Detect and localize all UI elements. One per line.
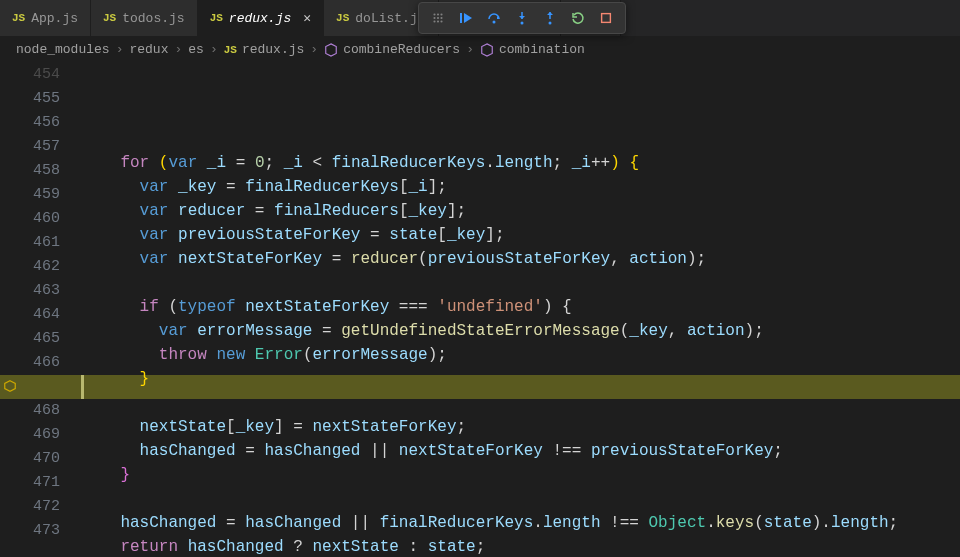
code-line[interactable]: var previousStateForKey = state[_key];	[82, 223, 960, 247]
tab-label: doList.js	[355, 11, 425, 26]
line-number: 455	[0, 87, 60, 111]
code-line[interactable]: hasChanged = hasChanged || finalReducerK…	[82, 511, 960, 535]
line-number: 460	[0, 207, 60, 231]
code-editor[interactable]: 4544554564574584594604614624634644654664…	[0, 63, 960, 554]
line-number: 458	[0, 159, 60, 183]
debug-step-into-button[interactable]	[509, 5, 535, 31]
code-line[interactable]	[82, 391, 960, 415]
line-number: 471	[0, 471, 60, 495]
debug-step-out-button[interactable]	[537, 5, 563, 31]
line-number: 469	[0, 423, 60, 447]
svg-point-3	[433, 17, 435, 19]
code-line[interactable]: for (var _i = 0; _i < finalReducerKeys.l…	[82, 151, 960, 175]
debug-toolbar	[418, 2, 626, 34]
svg-point-8	[440, 20, 442, 22]
tab-redux-js[interactable]: JSredux.js✕	[198, 0, 324, 36]
debug-grip-icon[interactable]	[425, 5, 451, 31]
line-number: 463	[0, 279, 60, 303]
tab-bar: JSApp.jsJStodos.jsJSredux.js✕JSdoList.js…	[0, 0, 960, 36]
line-number: 464	[0, 303, 60, 327]
line-number: 468	[0, 399, 60, 423]
debug-restart-button[interactable]	[565, 5, 591, 31]
breadcrumb-label: node_modules	[16, 42, 110, 57]
code-line[interactable]	[82, 271, 960, 295]
chevron-right-icon: ›	[466, 42, 474, 57]
breadcrumb-item[interactable]: combination	[480, 42, 585, 57]
chevron-right-icon: ›	[210, 42, 218, 57]
svg-rect-15	[602, 14, 611, 23]
debug-step-over-button[interactable]	[481, 5, 507, 31]
breadcrumb-item[interactable]: node_modules	[16, 42, 110, 57]
js-file-icon: JS	[210, 12, 223, 24]
close-icon[interactable]: ✕	[303, 10, 311, 26]
code-line[interactable]: return hasChanged ? nextState : state;	[82, 535, 960, 557]
breadcrumb-item[interactable]: redux	[129, 42, 168, 57]
breadcrumb-label: redux	[129, 42, 168, 57]
line-number: 457	[0, 135, 60, 159]
js-file-icon: JS	[336, 12, 349, 24]
line-number: 462	[0, 255, 60, 279]
line-number: 465	[0, 327, 60, 351]
line-number: 454	[0, 63, 60, 87]
tab-label: redux.js	[229, 11, 291, 26]
svg-point-0	[433, 13, 435, 15]
svg-point-4	[437, 17, 439, 19]
svg-point-5	[440, 17, 442, 19]
tab-todos-js[interactable]: JStodos.js	[91, 0, 198, 36]
svg-point-7	[437, 20, 439, 22]
js-file-icon: JS	[12, 12, 25, 24]
breadcrumb[interactable]: node_modules›redux›es›JSredux.js›combine…	[0, 36, 960, 63]
tab-app-js[interactable]: JSApp.js	[0, 0, 91, 36]
code-area[interactable]: for (var _i = 0; _i < finalReducerKeys.l…	[82, 63, 960, 554]
svg-rect-9	[460, 13, 462, 23]
code-line[interactable]: var errorMessage = getUndefinedStateErro…	[82, 319, 960, 343]
svg-point-1	[437, 13, 439, 15]
breadcrumb-label: redux.js	[242, 42, 304, 57]
code-line[interactable]: }	[82, 367, 960, 391]
line-number: 472	[0, 495, 60, 519]
chevron-right-icon: ›	[310, 42, 318, 57]
breadcrumb-label: es	[188, 42, 204, 57]
svg-point-14	[549, 22, 552, 25]
svg-point-10	[493, 21, 496, 24]
code-line[interactable]: }	[82, 463, 960, 487]
debug-continue-button[interactable]	[453, 5, 479, 31]
line-number: 466	[0, 351, 60, 375]
js-file-icon: JS	[103, 12, 116, 24]
code-line[interactable]	[82, 127, 960, 151]
line-number: 456	[0, 111, 60, 135]
code-line[interactable]: var nextStateForKey = reducer(previousSt…	[82, 247, 960, 271]
tab-label: todos.js	[122, 11, 184, 26]
js-file-icon: JS	[224, 44, 237, 56]
breadcrumb-item[interactable]: es	[188, 42, 204, 57]
line-number: 473	[0, 519, 60, 543]
svg-point-2	[440, 13, 442, 15]
code-line[interactable]	[82, 487, 960, 511]
breadcrumb-item[interactable]: combineReducers	[324, 42, 460, 57]
line-number: 461	[0, 231, 60, 255]
debug-stop-button[interactable]	[593, 5, 619, 31]
breakpoint-icon[interactable]	[4, 380, 16, 392]
line-number-gutter: 4544554564574584594604614624634644654664…	[0, 63, 82, 554]
breadcrumb-label: combination	[499, 42, 585, 57]
symbol-icon	[324, 43, 338, 57]
tab-label: App.js	[31, 11, 78, 26]
code-line[interactable]: hasChanged = hasChanged || nextStateForK…	[82, 439, 960, 463]
chevron-right-icon: ›	[116, 42, 124, 57]
code-line[interactable]: if (typeof nextStateForKey === 'undefine…	[82, 295, 960, 319]
code-line[interactable]: nextState[_key] = nextStateForKey;	[82, 415, 960, 439]
code-line[interactable]: throw new Error(errorMessage);	[82, 343, 960, 367]
code-line[interactable]: var reducer = finalReducers[_key];	[82, 199, 960, 223]
line-number: 470	[0, 447, 60, 471]
breadcrumb-label: combineReducers	[343, 42, 460, 57]
chevron-right-icon: ›	[174, 42, 182, 57]
svg-point-6	[433, 20, 435, 22]
symbol-icon	[480, 43, 494, 57]
line-number: 459	[0, 183, 60, 207]
svg-point-12	[521, 22, 524, 25]
code-line[interactable]: var _key = finalReducerKeys[_i];	[82, 175, 960, 199]
breadcrumb-item[interactable]: JSredux.js	[224, 42, 305, 57]
